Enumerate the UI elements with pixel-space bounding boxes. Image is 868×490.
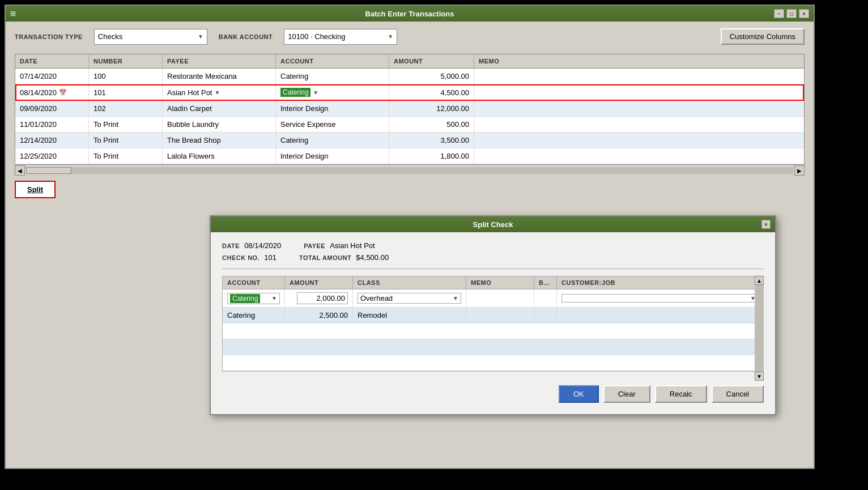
transaction-type-label: TRANSACTION TYPE [15,33,83,40]
dialog-vertical-scrollbar[interactable]: ▲ ▼ [755,276,764,381]
split-cell-b [534,289,557,307]
horizontal-scrollbar[interactable]: ◀ ▶ [15,165,805,176]
cell-account: Interior Design [276,148,389,164]
split-cell-amount: 2,500.00 [285,308,353,323]
split-cell-account[interactable]: Catering ▼ [223,289,285,307]
scroll-up-button[interactable]: ▲ [755,276,764,285]
customize-columns-button[interactable]: Customize Columns [721,28,805,45]
split-col-memo: MEMO [466,276,534,289]
table-row[interactable]: 09/09/2020 102 Aladin Carpet Interior De… [15,101,804,117]
split-table: ACCOUNT AMOUNT CLASS MEMO B... CUSTOMER:… [222,276,764,372]
col-header-number: NUMBER [89,54,163,68]
scroll-thumb[interactable] [26,167,71,174]
scroll-down-button[interactable]: ▼ [755,372,764,381]
window-title: Batch Enter Transactions [365,10,454,18]
class-select-arrow-icon: ▼ [453,295,458,301]
minimize-button[interactable]: − [774,9,784,18]
split-cell-b [534,308,557,323]
calendar-icon[interactable]: 📅 [59,89,67,96]
class-select[interactable]: Overhead ▼ [358,293,461,304]
cell-memo [474,148,804,164]
class-value: Overhead [360,294,393,302]
table-row[interactable]: 11/01/2020 To Print Bubble Laundry Servi… [15,117,804,133]
maximize-button[interactable]: □ [786,9,797,18]
cell-memo [474,101,804,116]
cell-payee[interactable]: Asian Hot Pot ▼ [163,84,276,100]
table-row[interactable]: 12/14/2020 To Print The Bread Shop Cater… [15,133,804,148]
top-controls: TRANSACTION TYPE Checks ▼ BANK ACCOUNT 1… [15,28,805,45]
customer-select[interactable]: ▼ [561,294,759,302]
cell-account: Catering [276,133,389,148]
split-cell-class: Remodel [353,308,466,323]
dialog-info-row-1: DATE 08/14/2020 PAYEE Asian Hot Pot [222,241,764,250]
account-dropdown-arrow-icon: ▼ [313,90,318,96]
cell-account: Interior Design [276,101,389,116]
split-cell-account: Catering [223,308,285,323]
transaction-type-value: Checks [98,32,122,41]
bank-account-arrow-icon: ▼ [388,33,393,40]
split-table-empty-row [223,323,763,339]
dialog-checkno-item: CHECK NO. 101 [222,253,276,262]
cell-amount: 1,800.00 [389,148,474,164]
account-selected-value: Catering [230,294,260,303]
cell-number: 100 [89,69,163,84]
cell-date: 12/14/2020 [15,133,89,148]
split-check-dialog: Split Check × DATE 08/14/2020 PAYEE Asia… [210,215,776,415]
dialog-close-button[interactable]: × [761,220,771,229]
split-table-row[interactable]: Catering 2,500.00 Remodel [223,308,763,323]
dialog-info-row-2: CHECK NO. 101 TOTAL AMOUNT $4,500.00 [222,253,764,262]
cell-number: 101 [89,84,163,100]
split-cell-customer[interactable]: ▼ [557,289,763,307]
cell-memo [474,84,804,100]
split-cell-memo[interactable] [466,289,534,307]
scroll-left-button[interactable]: ◀ [15,165,25,176]
split-table-row[interactable]: Catering ▼ Overhead ▼ [223,289,763,308]
dialog-footer: OK Clear Recalc Cancel [222,381,764,405]
dialog-body: DATE 08/14/2020 PAYEE Asian Hot Pot CHEC… [211,232,775,414]
split-col-class: CLASS [353,276,466,289]
clear-button[interactable]: Clear [603,385,650,403]
dialog-payee-item: PAYEE Asian Hot Pot [304,241,375,250]
cell-amount: 12,000.00 [389,101,474,116]
bank-account-dropdown[interactable]: 10100 · Checking ▼ [284,29,397,45]
dialog-title: Split Check [473,220,513,229]
amount-input[interactable] [297,292,348,304]
ok-button[interactable]: OK [559,385,599,403]
dialog-date-value: 08/14/2020 [244,241,281,250]
col-header-memo: MEMO [474,54,804,68]
cell-account: Catering [276,69,389,84]
cell-date: 12/25/2020 [15,148,89,164]
account-select[interactable]: Catering ▼ [227,293,280,304]
cell-number: To Print [89,133,163,148]
cancel-button[interactable]: Cancel [712,385,764,403]
scroll-track[interactable] [26,167,793,174]
dialog-payee-value: Asian Hot Pot [330,241,375,250]
split-table-header: ACCOUNT AMOUNT CLASS MEMO B... CUSTOMER:… [223,276,763,289]
payee-value: Asian Hot Pot [167,88,212,97]
cell-number: 102 [89,101,163,116]
close-window-button[interactable]: × [799,9,809,18]
transaction-type-dropdown[interactable]: Checks ▼ [94,29,207,45]
cell-amount: 5,000.00 [389,69,474,84]
split-cell-class[interactable]: Overhead ▼ [353,289,466,307]
recalc-button[interactable]: Recalc [655,385,707,403]
table-row[interactable]: 07/14/2020 100 Restorante Mexicana Cater… [15,69,804,84]
cell-amount: 4,500.00 [389,84,474,100]
split-col-customer: CUSTOMER:JOB [557,276,763,289]
scroll-right-button[interactable]: ▶ [794,165,805,176]
table-row[interactable]: 12/25/2020 To Print Lalola Flowers Inter… [15,148,804,164]
cell-account[interactable]: Catering ▼ [276,84,389,100]
split-cell-amount[interactable] [285,289,353,307]
dialog-date-label: DATE [222,242,240,249]
cell-date: 11/01/2020 [15,117,89,132]
split-button[interactable]: Split [15,181,56,198]
transactions-table: DATE NUMBER PAYEE ACCOUNT AMOUNT MEMO 07… [15,54,805,165]
scroll-track [755,285,764,372]
dialog-checkno-value: 101 [264,253,276,262]
table-row[interactable]: 08/14/2020 📅 101 Asian Hot Pot ▼ Caterin… [15,84,804,101]
split-table-empty-row [223,339,763,355]
dialog-checkno-label: CHECK NO. [222,254,259,261]
bottom-area: Split [15,176,805,203]
dialog-payee-label: PAYEE [304,242,325,249]
cell-account: Service Expense [276,117,389,132]
